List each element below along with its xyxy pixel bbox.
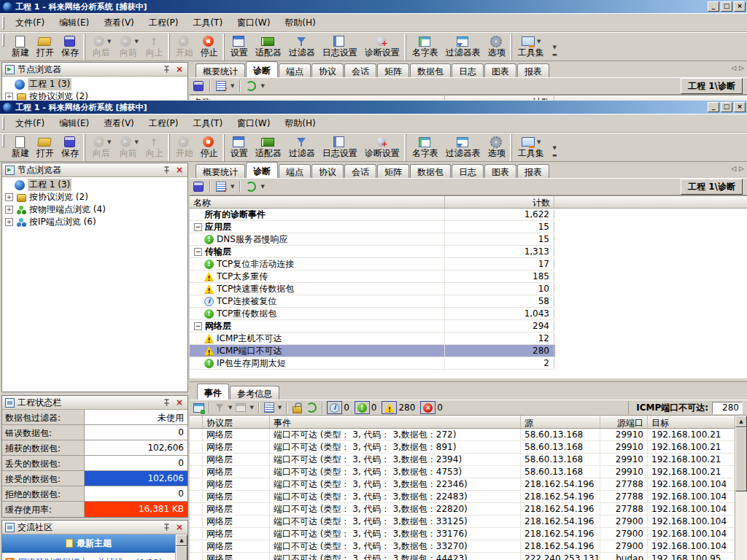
menu-view[interactable]: 查看(V) [96, 115, 142, 131]
minimize-button[interactable]: _ [708, 1, 719, 12]
event-row[interactable]: 网络层 端口不可达 (类型： 3, 代码： 3,数据包：33176) 218.1… [190, 528, 735, 540]
tree-item-protocol[interactable]: + 按协议浏览 (2) [2, 90, 187, 100]
scrollbar-thumb[interactable] [176, 546, 187, 560]
filter-button[interactable]: 过滤器 [285, 34, 319, 61]
menubar-grip-handle[interactable] [2, 16, 4, 29]
close-panel-icon[interactable]: × [174, 397, 185, 408]
event-row[interactable]: 网络层 端口不可达 (类型： 3, 代码： 3,数据包：4753) 58.60.… [190, 466, 735, 478]
diagnosis-row[interactable]: − TCP太多重传 185 [190, 271, 555, 283]
close-panel-icon[interactable]: × [174, 64, 185, 74]
save-view-button[interactable] [193, 80, 204, 92]
log-settings-button[interactable]: 日志设置 [319, 134, 361, 161]
tab-matrix[interactable]: 矩阵 [377, 63, 409, 77]
tab-chart[interactable]: 图表 [484, 63, 516, 77]
menu-tools[interactable]: 工具(T) [185, 115, 230, 131]
menu-edit[interactable]: 编辑(E) [52, 15, 96, 30]
tab-reference[interactable]: 参考信息 [230, 386, 279, 400]
warning-counter[interactable] [382, 401, 397, 414]
event-row[interactable]: 网络层 端口不可达 (类型： 3, 代码： 3,数据包：44423) 222.2… [190, 553, 735, 560]
minimize-button[interactable]: _ [708, 102, 719, 112]
tab-diagnosis[interactable]: 诊断 [246, 61, 278, 77]
tab-events[interactable]: 事件 [197, 384, 229, 400]
event-row[interactable]: 网络层 端口不可达 (类型： 3, 代码： 3,数据包：2394) 58.60.… [190, 454, 735, 466]
column-header-source-port[interactable]: 源端口 [600, 416, 648, 428]
tree-item-project[interactable]: 工程 1 (3) [2, 179, 187, 191]
export-button[interactable] [193, 402, 204, 413]
tab-report[interactable]: 报表 [517, 63, 549, 77]
pin-icon[interactable] [161, 64, 171, 74]
diagnosis-row[interactable]: − TCP复位非活动连接 17 [190, 258, 555, 271]
menu-file[interactable]: 文件(F) [8, 15, 52, 30]
tab-log[interactable]: 日志 [452, 63, 484, 77]
tab-scroll-right-icon[interactable]: ▷ [739, 165, 744, 172]
refresh-button[interactable] [245, 181, 257, 192]
tab-summary[interactable]: 概要统计 [196, 164, 245, 178]
toolbar-overflow-button[interactable]: ▼▬ [550, 139, 560, 158]
restore-button[interactable]: □ [721, 1, 732, 12]
field-select-button[interactable] [263, 402, 275, 413]
expand-icon[interactable]: + [5, 206, 13, 214]
forward-button[interactable]: ▼ 向前 [115, 134, 142, 161]
pin-icon[interactable] [161, 165, 171, 175]
diagnosis-row[interactable]: − 传输层 1,313 [190, 246, 555, 258]
collapse-icon[interactable]: − [194, 223, 202, 231]
column-select-button[interactable] [215, 181, 227, 192]
column-header-event[interactable]: 事件 [270, 416, 521, 428]
open-button[interactable]: 打开 [33, 34, 58, 61]
tab-scroll-right-icon[interactable]: ▷ [739, 64, 744, 71]
column-header-name[interactable]: 名称 [190, 196, 445, 208]
name-table-button[interactable]: 名字表 [406, 134, 442, 161]
tab-log[interactable]: 日志 [452, 164, 484, 178]
dropdown-arrow-icon[interactable]: ▼ [260, 83, 264, 89]
toolbar-overflow-button[interactable]: ▼▬ [550, 38, 560, 57]
error-counter[interactable] [420, 401, 436, 414]
tab-chart[interactable]: 图表 [484, 164, 516, 178]
community-scrollbar[interactable]: ▲ [175, 534, 187, 560]
tab-scroll-left-icon[interactable]: ◁ [731, 64, 736, 71]
table-view-button[interactable] [235, 402, 247, 413]
menu-help[interactable]: 帮助(H) [277, 115, 322, 131]
menubar-grip-handle[interactable] [2, 117, 4, 130]
diagnosis-row[interactable]: − TCP连接被复位 58 [190, 295, 555, 308]
info-counter[interactable] [327, 401, 342, 414]
tab-summary[interactable]: 概要统计 [196, 63, 245, 77]
filter-table-button[interactable]: 过滤器表 [442, 134, 484, 161]
diagnosis-row[interactable]: − TCP快速重传数据包 10 [190, 283, 555, 295]
expand-icon[interactable]: + [5, 218, 13, 226]
start-button[interactable]: 开始 [169, 34, 197, 61]
diagnosis-row[interactable]: − 所有的诊断事件 1,622 [190, 209, 555, 221]
close-panel-icon[interactable]: × [174, 522, 185, 532]
new-button[interactable]: 新建 [8, 34, 33, 61]
tab-protocol[interactable]: 协议 [311, 164, 344, 178]
menu-tools[interactable]: 工具(T) [185, 15, 230, 30]
tab-scroll-left-icon[interactable]: ◁ [731, 165, 736, 172]
close-panel-icon[interactable]: × [174, 165, 185, 175]
column-header-count[interactable]: 计数 [445, 196, 554, 208]
diagnosis-row[interactable]: − ICMP端口不可达 280 [190, 345, 555, 357]
collapse-icon[interactable]: − [194, 248, 202, 256]
toolset-button[interactable]: ▼ 工具集 [511, 134, 548, 161]
tab-packet[interactable]: 数据包 [410, 63, 451, 77]
dropdown-arrow-icon[interactable]: ▼ [278, 405, 282, 411]
diagnosis-settings-button[interactable]: 诊断设置 [361, 34, 403, 61]
toolset-button[interactable]: ▼ 工具集 [511, 34, 548, 61]
filter-table-button[interactable]: 过滤器表 [442, 34, 484, 61]
events-scrollbar[interactable]: ▲ [735, 416, 747, 560]
diagnosis-settings-button[interactable]: 诊断设置 [361, 134, 403, 161]
open-button[interactable]: 打开 [33, 134, 58, 161]
tree-item-protocol[interactable]: + 按协议浏览 (2) [2, 191, 187, 203]
options-button[interactable]: 选项 [484, 34, 509, 61]
tab-protocol[interactable]: 协议 [311, 63, 344, 77]
tree-item-project[interactable]: 工程 1 (3) [2, 78, 187, 90]
tab-matrix[interactable]: 矩阵 [377, 164, 409, 178]
column-header-layer[interactable]: 协议层 [203, 416, 270, 428]
tab-diagnosis[interactable]: 诊断 [246, 162, 278, 178]
start-button[interactable]: 开始 [169, 134, 197, 161]
menu-project[interactable]: 工程(P) [142, 115, 186, 131]
dropdown-arrow-icon[interactable]: ▼ [260, 184, 264, 190]
log-settings-button[interactable]: 日志设置 [319, 34, 361, 61]
up-button[interactable]: 向上 [142, 34, 167, 61]
lock-button[interactable] [291, 402, 303, 413]
menu-help[interactable]: 帮助(H) [277, 15, 322, 30]
scroll-up-icon[interactable]: ▲ [176, 534, 187, 546]
